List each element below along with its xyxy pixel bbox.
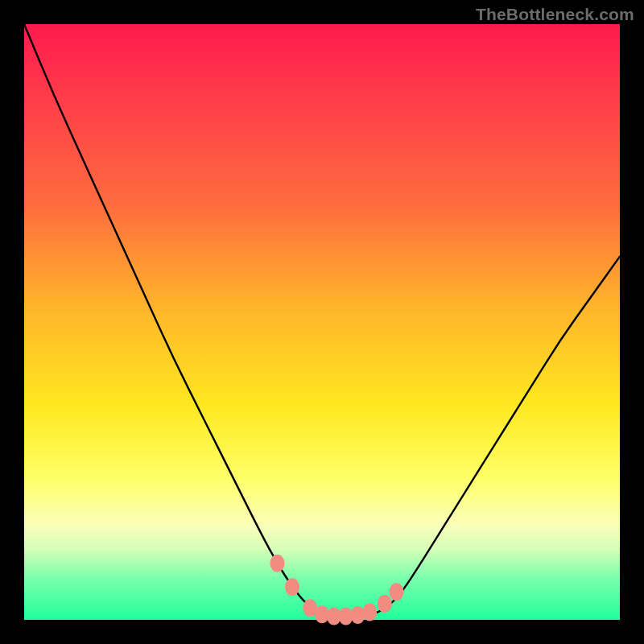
chart-svg bbox=[24, 24, 620, 620]
bottleneck-curve bbox=[24, 24, 620, 617]
highlight-marker bbox=[378, 595, 392, 613]
highlight-marker bbox=[270, 555, 285, 572]
highlight-markers-group bbox=[270, 555, 404, 625]
highlight-marker bbox=[285, 578, 299, 596]
watermark-text: TheBottleneck.com bbox=[476, 5, 634, 24]
chart-area bbox=[24, 24, 620, 620]
highlight-marker bbox=[390, 583, 404, 601]
highlight-marker bbox=[362, 603, 377, 621]
highlight-marker bbox=[350, 606, 365, 624]
